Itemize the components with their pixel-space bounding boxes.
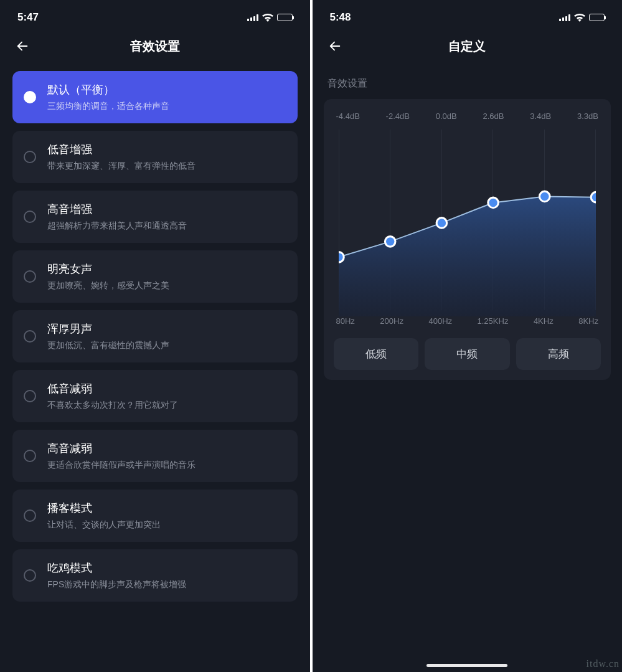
- preset-item[interactable]: 低音减弱不喜欢太多动次打次？用它就对了: [12, 370, 298, 422]
- preset-title: 高音增强: [47, 202, 187, 217]
- preset-title: 低音减弱: [47, 381, 178, 396]
- preset-item[interactable]: 吃鸡模式FPS游戏中的脚步声及枪声将被增强: [12, 549, 298, 602]
- db-label: 2.6dB: [483, 111, 504, 121]
- preset-subtitle: 不喜欢太多动次打次？用它就对了: [47, 400, 178, 411]
- arrow-left-icon: [16, 39, 29, 53]
- status-indicators: [247, 14, 293, 22]
- preset-text: 低音增强带来更加深邃、浑厚、富有弹性的低音: [47, 142, 196, 172]
- back-button[interactable]: [327, 39, 342, 54]
- hz-label: 1.25KHz: [478, 316, 509, 326]
- preset-text: 播客模式让对话、交谈的人声更加突出: [47, 501, 161, 531]
- cellular-signal-icon: [247, 14, 258, 21]
- radio-icon: [24, 330, 36, 343]
- radio-icon: [24, 450, 36, 462]
- preset-subtitle: 让对话、交谈的人声更加突出: [47, 519, 161, 531]
- battery-icon: [589, 14, 605, 21]
- radio-icon: [24, 211, 36, 223]
- db-label: 3.4dB: [530, 111, 551, 121]
- section-label: 音效设置: [313, 65, 623, 99]
- preset-item[interactable]: 播客模式让对话、交谈的人声更加突出: [12, 490, 298, 542]
- radio-icon: [24, 569, 36, 582]
- cellular-signal-icon: [559, 14, 570, 21]
- back-button[interactable]: [15, 39, 30, 54]
- wifi-icon: [574, 14, 585, 22]
- eq-chart[interactable]: [339, 130, 596, 310]
- preset-text: 低音减弱不喜欢太多动次打次？用它就对了: [47, 381, 178, 411]
- preset-title: 低音增强: [47, 142, 196, 157]
- preset-subtitle: 更适合欣赏伴随假声或半声演唱的音乐: [47, 460, 196, 471]
- status-bar: 5:47: [0, 0, 310, 27]
- home-indicator[interactable]: [426, 664, 507, 667]
- preset-text: 吃鸡模式FPS游戏中的脚步声及枪声将被增强: [47, 561, 186, 590]
- preset-text: 浑厚男声更加低沉、富有磁性的震撼人声: [47, 321, 169, 351]
- preset-item[interactable]: 明亮女声更加嘹亮、婉转，感受人声之美: [12, 250, 298, 303]
- clock: 5:48: [330, 11, 351, 24]
- eq-handle[interactable]: [385, 237, 395, 247]
- preset-title: 默认（平衡）: [47, 82, 169, 97]
- db-label: 3.3dB: [577, 111, 598, 121]
- freq-tab[interactable]: 低频: [334, 338, 419, 370]
- hz-label: 4KHz: [534, 316, 554, 326]
- freq-tab[interactable]: 高频: [516, 338, 601, 370]
- page-title: 自定义: [448, 38, 486, 55]
- preset-item[interactable]: 低音增强带来更加深邃、浑厚、富有弹性的低音: [12, 131, 298, 183]
- preset-item[interactable]: 浑厚男声更加低沉、富有磁性的震撼人声: [12, 310, 298, 362]
- eq-handle[interactable]: [436, 218, 447, 229]
- preset-subtitle: 带来更加深邃、浑厚、富有弹性的低音: [47, 161, 196, 172]
- status-bar: 5:48: [313, 0, 623, 27]
- watermark: itdw.cn: [586, 658, 620, 670]
- eq-handle[interactable]: [339, 252, 344, 263]
- preset-list: 默认（平衡）三频均衡的调音，适合各种声音低音增强带来更加深邃、浑厚、富有弹性的低…: [0, 65, 310, 608]
- screen-sound-presets: 5:47 音效设置 默认（平衡）三频均衡的调音，适合各种声音低音增强带来更加深邃…: [0, 0, 310, 672]
- nav-header: 自定义: [313, 27, 623, 65]
- wifi-icon: [262, 14, 273, 22]
- db-label: 0.0dB: [436, 111, 457, 121]
- hz-label: 80Hz: [336, 316, 355, 326]
- preset-text: 明亮女声更加嘹亮、婉转，感受人声之美: [47, 262, 169, 291]
- db-labels-row: -4.4dB-2.4dB0.0dB2.6dB3.4dB3.3dB: [334, 111, 601, 126]
- preset-title: 明亮女声: [47, 262, 169, 277]
- hz-label: 8KHz: [578, 316, 598, 326]
- preset-subtitle: 三频均衡的调音，适合各种声音: [47, 101, 169, 112]
- preset-subtitle: 更加低沉、富有磁性的震撼人声: [47, 340, 169, 351]
- preset-text: 默认（平衡）三频均衡的调音，适合各种声音: [47, 82, 169, 112]
- hz-label: 400Hz: [428, 316, 452, 326]
- preset-item[interactable]: 高音增强超强解析力带来甜美人声和通透高音: [12, 191, 298, 243]
- battery-icon: [277, 14, 293, 21]
- radio-icon: [24, 91, 36, 103]
- screen-custom-eq: 5:48 自定义 音效设置 -4.4dB-2.4dB0.0dB2.6dB3.4d…: [313, 0, 623, 672]
- preset-subtitle: 超强解析力带来甜美人声和通透高音: [47, 220, 187, 232]
- eq-handle[interactable]: [488, 197, 498, 208]
- freq-tab[interactable]: 中频: [425, 338, 510, 370]
- preset-subtitle: 更加嘹亮、婉转，感受人声之美: [47, 280, 169, 291]
- preset-item[interactable]: 默认（平衡）三频均衡的调音，适合各种声音: [12, 71, 298, 123]
- preset-title: 吃鸡模式: [47, 561, 186, 575]
- preset-item[interactable]: 高音减弱更适合欣赏伴随假声或半声演唱的音乐: [12, 430, 298, 482]
- hz-label: 200Hz: [380, 316, 403, 326]
- radio-icon: [24, 509, 36, 522]
- frequency-tabs: 低频中频高频: [334, 338, 601, 370]
- preset-text: 高音增强超强解析力带来甜美人声和通透高音: [47, 202, 187, 232]
- clock: 5:47: [17, 11, 39, 24]
- db-label: -2.4dB: [386, 111, 410, 121]
- preset-subtitle: FPS游戏中的脚步声及枪声将被增强: [47, 579, 186, 590]
- preset-title: 播客模式: [47, 501, 161, 516]
- radio-icon: [24, 270, 36, 283]
- radio-icon: [24, 390, 36, 402]
- radio-icon: [24, 151, 36, 163]
- preset-title: 浑厚男声: [47, 321, 169, 336]
- eq-line-chart: [339, 130, 596, 316]
- arrow-left-icon: [328, 39, 342, 53]
- preset-title: 高音减弱: [47, 441, 196, 456]
- nav-header: 音效设置: [0, 27, 310, 65]
- db-label: -4.4dB: [336, 111, 360, 121]
- status-indicators: [559, 14, 605, 22]
- page-title: 音效设置: [130, 38, 180, 55]
- chart-area: [339, 196, 596, 316]
- eq-card: -4.4dB-2.4dB0.0dB2.6dB3.4dB3.3dB 80Hz200…: [324, 99, 611, 380]
- preset-text: 高音减弱更适合欣赏伴随假声或半声演唱的音乐: [47, 441, 196, 471]
- eq-handle[interactable]: [539, 191, 550, 202]
- eq-handle[interactable]: [591, 192, 596, 202]
